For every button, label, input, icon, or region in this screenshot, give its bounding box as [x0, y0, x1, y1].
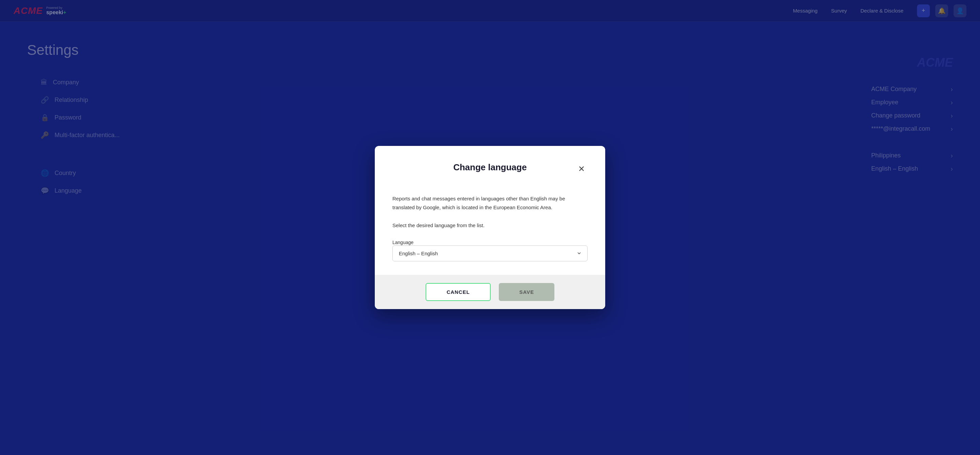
modal-header: Change language ✕ [392, 162, 588, 184]
modal-overlay: Change language ✕ Reports and chat messa… [0, 0, 980, 455]
language-select[interactable]: English – English Spanish – Español Fren… [392, 246, 588, 262]
language-label: Language [392, 240, 414, 245]
close-icon: ✕ [578, 164, 585, 173]
modal-footer: CANCEL SAVE [375, 275, 605, 309]
change-language-modal: Change language ✕ Reports and chat messa… [375, 146, 605, 309]
cancel-button[interactable]: CANCEL [426, 283, 491, 301]
modal-close-button[interactable]: ✕ [575, 162, 588, 176]
modal-description-1: Reports and chat messages entered in lan… [392, 194, 588, 212]
modal-title: Change language [453, 162, 527, 173]
modal-body: Change language ✕ Reports and chat messa… [375, 146, 605, 275]
save-button[interactable]: SAVE [499, 283, 554, 301]
language-field: Language English – English Spanish – Esp… [392, 239, 588, 262]
modal-description-2: Select the desired language from the lis… [392, 221, 588, 230]
